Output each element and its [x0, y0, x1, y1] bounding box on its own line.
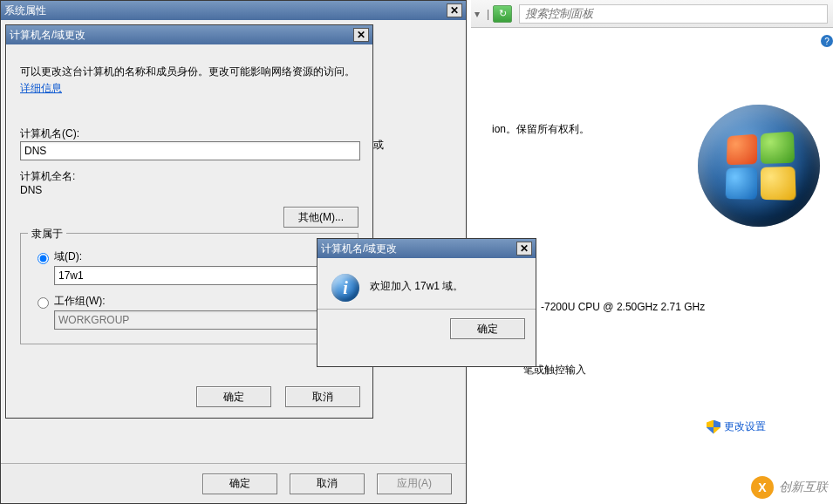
ok-button[interactable]: 确定 — [202, 473, 277, 494]
domain-input[interactable] — [54, 266, 351, 285]
close-button[interactable]: ✕ — [447, 3, 462, 17]
watermark: X 创新互联 — [751, 476, 828, 499]
system-properties-button-bar: 确定 取消 应用(A) — [1, 463, 466, 503]
dialog-description-text: 可以更改这台计算机的名称和成员身份。更改可能影响网络资源的访问。 — [20, 65, 355, 78]
close-icon: ✕ — [450, 5, 459, 16]
ok-button[interactable]: 确定 — [450, 318, 525, 339]
info-icon: i — [331, 274, 359, 302]
close-button[interactable]: ✕ — [516, 242, 532, 255]
peek-text: 或 — [373, 138, 384, 153]
ok-button[interactable]: 确定 — [196, 386, 271, 407]
member-of-legend: 隶属于 — [28, 227, 66, 242]
welcome-message-box: 计算机名/域更改 ✕ i 欢迎加入 17w1 域。 确定 — [317, 238, 536, 367]
other-button[interactable]: 其他(M)... — [283, 207, 358, 228]
close-icon: ✕ — [357, 30, 365, 40]
cancel-button[interactable]: 取消 — [285, 386, 360, 407]
domain-radio-label: 域(D): — [54, 249, 82, 264]
shield-icon — [707, 420, 720, 434]
message-text: 欢迎加入 17w1 域。 — [370, 274, 463, 294]
close-icon: ✕ — [520, 243, 529, 254]
domain-radio[interactable] — [38, 253, 49, 264]
help-icon[interactable]: ? — [821, 35, 833, 47]
workgroup-radio[interactable] — [38, 297, 49, 309]
apply-button[interactable]: 应用(A) — [377, 473, 452, 494]
breadcrumb-separator: ▾ — [475, 8, 480, 20]
workgroup-radio-label: 工作组(W): — [54, 294, 106, 309]
computer-name-label: 计算机名(C): — [20, 126, 358, 141]
more-info-link[interactable]: 详细信息 — [20, 82, 62, 94]
full-name-label: 计算机全名: — [20, 169, 358, 184]
refresh-button[interactable]: ↻ — [493, 5, 512, 23]
member-of-group: 隶属于 域(D): 工作组(W): — [20, 233, 358, 344]
message-box-titlebar[interactable]: 计算机名/域更改 ✕ — [317, 239, 536, 258]
change-settings-label: 更改设置 — [724, 419, 766, 434]
copyright-text: ion。保留所有权利。 — [492, 122, 590, 137]
system-properties-titlebar[interactable]: 系统属性 ✕ — [1, 1, 466, 20]
refresh-icon: ↻ — [499, 8, 507, 19]
close-button[interactable]: ✕ — [353, 28, 369, 42]
message-box-title: 计算机名/域更改 — [321, 242, 397, 256]
dialog-description: 可以更改这台计算机的名称和成员身份。更改可能影响网络资源的访问。 详细信息 — [20, 64, 358, 97]
cpu-spec-text: -7200U CPU @ 2.50GHz 2.71 GHz — [541, 301, 705, 313]
workgroup-input — [54, 310, 351, 330]
watermark-logo-icon: X — [751, 476, 774, 499]
change-settings-link[interactable]: 更改设置 — [707, 419, 766, 434]
windows-logo-icon — [698, 105, 820, 227]
cancel-button[interactable]: 取消 — [290, 473, 365, 494]
breadcrumb-separator: | — [487, 8, 489, 20]
search-input[interactable] — [519, 4, 828, 24]
full-name-value: DNS — [20, 184, 358, 196]
name-change-title: 计算机名/域更改 — [10, 28, 85, 43]
control-panel-toolbar: ▾ | ↻ — [471, 0, 833, 28]
name-change-titlebar[interactable]: 计算机名/域更改 ✕ — [6, 25, 372, 44]
watermark-text: 创新互联 — [779, 480, 828, 495]
system-properties-title: 系统属性 — [4, 3, 46, 18]
computer-name-input[interactable] — [20, 141, 360, 160]
